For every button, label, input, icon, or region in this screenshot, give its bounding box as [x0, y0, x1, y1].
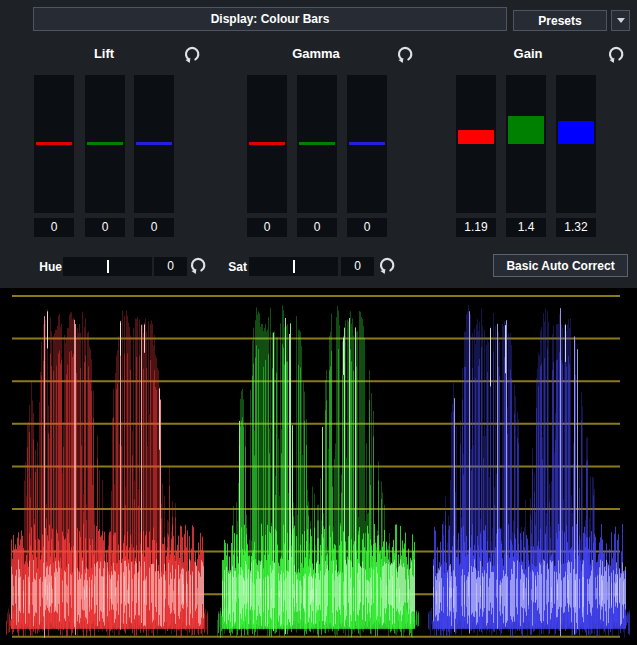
sat-label: Sat: [205, 260, 247, 274]
gamma-red-value[interactable]: 0: [247, 218, 287, 237]
lift-red-slider[interactable]: [34, 75, 74, 213]
gain-blue-value[interactable]: 1.32: [556, 218, 596, 237]
hue-label: Hue: [18, 260, 62, 274]
sat-reset-button[interactable]: [376, 255, 398, 277]
waveform-scope[interactable]: [0, 288, 637, 645]
gamma-section: Gamma 0 0 0: [212, 0, 424, 288]
gamma-blue-handle[interactable]: [349, 142, 385, 145]
lift-red-value[interactable]: 0: [34, 218, 74, 237]
gain-red-value[interactable]: 1.19: [456, 218, 496, 237]
lift-blue-handle[interactable]: [136, 142, 172, 145]
gain-red-slider[interactable]: [456, 75, 496, 213]
lift-title: Lift: [34, 46, 174, 61]
gamma-green-handle[interactable]: [299, 142, 335, 145]
reset-circular-arrow-icon: [183, 45, 201, 63]
sat-slider[interactable]: [249, 257, 338, 276]
sat-slider-tick[interactable]: [293, 260, 295, 273]
rgb-parade-canvas[interactable]: [0, 288, 637, 645]
gamma-red-handle[interactable]: [249, 142, 285, 145]
gain-green-value[interactable]: 1.4: [506, 218, 546, 237]
lift-reset-button[interactable]: [181, 44, 203, 66]
gain-green-handle[interactable]: [508, 116, 544, 144]
gamma-blue-value[interactable]: 0: [347, 218, 387, 237]
gamma-green-value[interactable]: 0: [297, 218, 337, 237]
gain-blue-slider[interactable]: [556, 75, 596, 213]
reset-circular-arrow-icon: [607, 45, 625, 63]
sat-value[interactable]: 0: [341, 257, 374, 276]
hue-slider[interactable]: [63, 257, 152, 276]
gain-section: Gain 1.19 1.4 1.32: [424, 0, 636, 288]
gain-green-slider[interactable]: [506, 75, 546, 213]
gain-red-handle[interactable]: [458, 130, 494, 144]
hue-value[interactable]: 0: [154, 257, 187, 276]
gamma-reset-button[interactable]: [394, 44, 416, 66]
lift-green-slider[interactable]: [85, 75, 125, 213]
lift-green-value[interactable]: 0: [85, 218, 125, 237]
lift-section: Lift 0 0 0: [0, 0, 212, 288]
gamma-title: Gamma: [246, 46, 386, 61]
hue-slider-tick[interactable]: [107, 260, 109, 273]
lift-red-handle[interactable]: [36, 142, 72, 145]
lift-blue-value[interactable]: 0: [134, 218, 174, 237]
reset-circular-arrow-icon: [378, 256, 396, 274]
colour-correct-panel: Display: Colour Bars Presets Lift 0 0 0 …: [0, 0, 637, 645]
gamma-blue-slider[interactable]: [347, 75, 387, 213]
gain-reset-button[interactable]: [605, 44, 627, 66]
gain-title: Gain: [458, 46, 598, 61]
basic-auto-correct-button[interactable]: Basic Auto Correct: [493, 254, 628, 277]
lift-green-handle[interactable]: [87, 142, 123, 145]
gain-blue-handle[interactable]: [558, 121, 594, 144]
gamma-red-slider[interactable]: [247, 75, 287, 213]
reset-circular-arrow-icon: [396, 45, 414, 63]
gamma-green-slider[interactable]: [297, 75, 337, 213]
lift-blue-slider[interactable]: [134, 75, 174, 213]
